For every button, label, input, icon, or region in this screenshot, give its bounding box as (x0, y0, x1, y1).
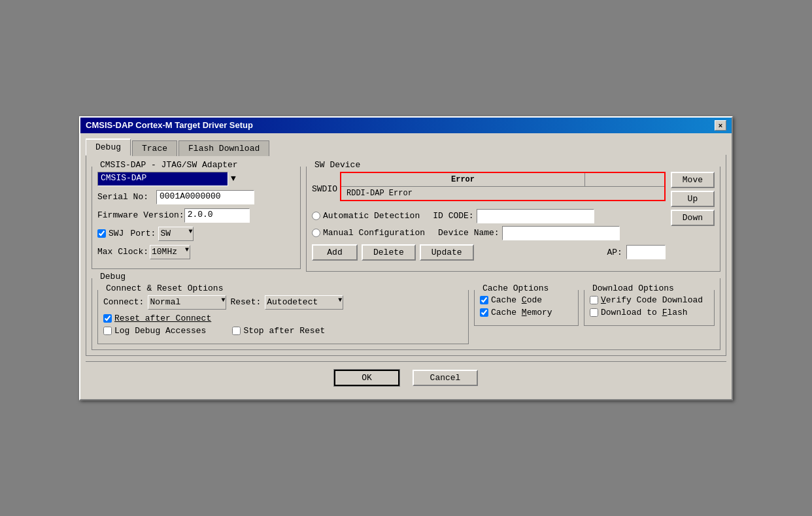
connect-reset-group: Connect & Reset Options Connect: Normal … (97, 283, 469, 344)
tab-bar: Debug Trace Flash Download (86, 138, 726, 155)
footer-buttons: OK Cancel (86, 361, 726, 394)
clock-row: Max Clock: 10MHz 1MHz 5MHz (97, 245, 295, 259)
download-group: Download Options Verify Code Download Do… (584, 283, 715, 344)
swdio-row: SWDIO Error (312, 172, 666, 206)
ok-button[interactable]: OK (334, 370, 399, 386)
device-buttons-row: Add Delete Update AP: (312, 244, 666, 261)
connect-reset-title: Connect & Reset Options (103, 283, 226, 293)
swj-checkbox[interactable] (97, 229, 106, 238)
add-button[interactable]: Add (312, 244, 358, 261)
download-flash-row: Download to Flash (590, 308, 709, 317)
error-col1: Error (341, 172, 585, 187)
swj-row: SWJ Port: SW JTAG (97, 227, 295, 241)
swj-label: SWJ (109, 229, 124, 238)
id-code-label: ID CODE: (433, 211, 473, 221)
firmware-label: Firmware Version: (97, 210, 184, 220)
ap-input[interactable] (626, 245, 666, 259)
move-button[interactable]: Move (671, 172, 715, 188)
firmware-input[interactable]: 2.0.0 (184, 208, 250, 223)
download-title: Download Options (590, 283, 677, 293)
cache-box: Cache Options Cache Code Cache Memory (474, 290, 579, 326)
clock-select[interactable]: 10MHz 1MHz 5MHz (150, 245, 190, 259)
id-code-input[interactable] (477, 209, 594, 223)
move-buttons-col: Move Up Down (671, 172, 715, 261)
main-dialog: CMSIS-DAP Cortex-M Target Driver Setup ×… (79, 116, 733, 400)
tab-flash-download[interactable]: Flash Download (178, 140, 269, 156)
serial-label: Serial No: (97, 192, 156, 202)
swdio-label: SWDIO (312, 184, 337, 194)
connect-reset-box: Connect & Reset Options Connect: Normal … (97, 290, 469, 344)
tab-trace[interactable]: Trace (132, 140, 177, 156)
verify-row: Verify Code Download (590, 295, 709, 305)
stop-after-reset-row: Stop after Reset (232, 326, 325, 336)
auto-detection-label: Automatic Detection (323, 211, 420, 221)
adapter-input[interactable]: CMSIS-DAP (97, 172, 228, 186)
debug-group-title: Debug (97, 272, 128, 282)
reset-after-connect-checkbox[interactable] (103, 314, 112, 323)
stop-after-reset-checkbox[interactable] (232, 327, 241, 335)
port-select[interactable]: SW JTAG (158, 227, 194, 241)
sw-device-table-area: SWDIO Error (312, 172, 666, 261)
error-message: RDDI-DAP Error (341, 186, 665, 201)
debug-inner: Connect & Reset Options Connect: Normal … (97, 283, 715, 344)
error-col2 (585, 172, 665, 187)
log-debug-label: Log Debug Accesses (114, 326, 206, 336)
sw-device-title: SW Device (312, 160, 363, 170)
bottom-section: Debug Connect & Reset Options Connect: (92, 278, 720, 350)
port-label: Port: (130, 229, 156, 238)
delete-button[interactable]: Delete (362, 244, 416, 261)
download-box: Download Options Verify Code Download Do… (584, 290, 715, 326)
ap-label: AP: (607, 248, 622, 257)
dialog-content: Debug Trace Flash Download CMSIS-DAP - J… (80, 133, 732, 399)
sw-device-group: SW Device SWDIO Error (306, 167, 720, 272)
manual-config-radio[interactable] (312, 229, 320, 237)
reset-after-connect-label: Reset after Connect (114, 314, 211, 323)
cache-code-checkbox[interactable] (480, 296, 488, 304)
connect-label: Connect: (103, 297, 144, 307)
manual-config-label: Manual Configuration (323, 228, 425, 238)
auto-detection-row: Automatic Detection ID CODE: (312, 209, 666, 223)
device-name-label: Device Name: (438, 228, 499, 238)
error-row: RDDI-DAP Error (341, 186, 665, 201)
cache-memory-row: Cache Memory (480, 308, 573, 317)
cache-code-row: Cache Code (480, 295, 573, 305)
adapter-dropdown-icon[interactable]: ▼ (231, 174, 236, 184)
reset-select[interactable]: Autodetect Software Hardware (265, 295, 343, 310)
title-bar: CMSIS-DAP Cortex-M Target Driver Setup × (80, 118, 732, 133)
device-name-input[interactable] (502, 226, 620, 240)
connect-select[interactable]: Normal Connect Under Reset Reset After C… (148, 295, 226, 310)
adapter-group: CMSIS-DAP - JTAG/SW Adapter CMSIS-DAP ▼ … (92, 167, 301, 269)
serial-row: Serial No: 0001A0000000 (97, 190, 295, 204)
cancel-button[interactable]: Cancel (413, 370, 478, 386)
connect-row: Connect: Normal Connect Under Reset Rese… (103, 295, 463, 310)
tab-debug[interactable]: Debug (86, 138, 131, 155)
adapter-row: CMSIS-DAP ▼ (97, 172, 295, 186)
cache-memory-label: Cache Memory (491, 308, 552, 317)
log-stop-row: Log Debug Accesses Stop after Reset (103, 326, 463, 338)
debug-group: Debug Connect & Reset Options Connect: (92, 278, 720, 350)
download-flash-checkbox[interactable] (590, 308, 598, 317)
update-button[interactable]: Update (420, 244, 474, 261)
main-body: CMSIS-DAP - JTAG/SW Adapter CMSIS-DAP ▼ … (86, 155, 726, 356)
manual-config-row: Manual Configuration Device Name: (312, 226, 666, 240)
auto-detection-radio[interactable] (312, 212, 320, 220)
log-debug-checkbox[interactable] (103, 327, 112, 335)
cache-code-label: Cache Code (491, 295, 542, 305)
log-debug-row: Log Debug Accesses (103, 326, 206, 336)
reset-after-connect-row: Reset after Connect (103, 314, 463, 323)
up-button[interactable]: Up (671, 191, 715, 207)
dialog-title: CMSIS-DAP Cortex-M Target Driver Setup (86, 120, 253, 130)
cache-memory-checkbox[interactable] (480, 308, 488, 317)
reset-label: Reset: (230, 297, 261, 307)
detection-section: Automatic Detection ID CODE: Manual Conf… (312, 209, 666, 240)
left-panel: CMSIS-DAP - JTAG/SW Adapter CMSIS-DAP ▼ … (92, 160, 301, 272)
down-button[interactable]: Down (671, 210, 715, 226)
cache-title: Cache Options (480, 283, 551, 293)
verify-label: Verify Code Download (601, 295, 703, 305)
close-button[interactable]: × (715, 120, 726, 131)
verify-checkbox[interactable] (590, 296, 598, 304)
sw-device-content: SWDIO Error (312, 172, 715, 261)
serial-input[interactable]: 0001A0000000 (156, 190, 254, 204)
stop-after-reset-label: Stop after Reset (243, 326, 325, 336)
cache-group: Cache Options Cache Code Cache Memory (474, 283, 579, 344)
